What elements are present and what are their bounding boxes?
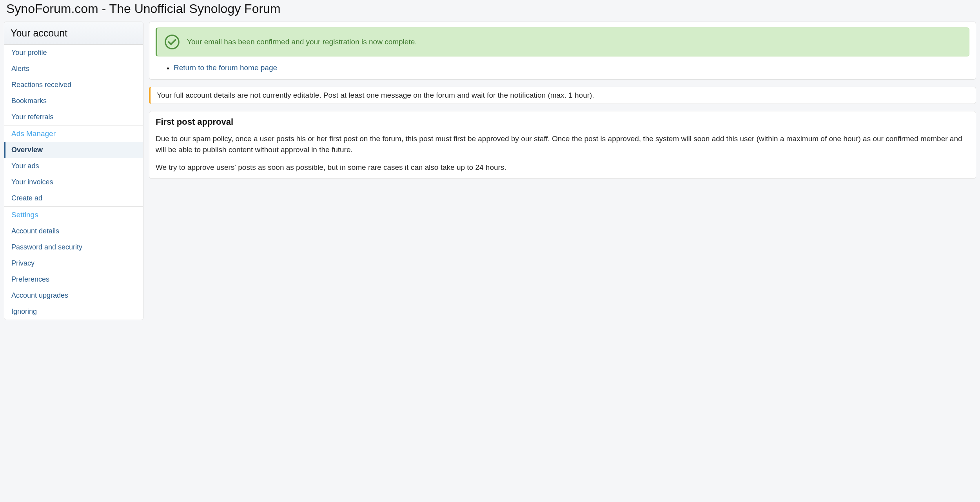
sidebar-item-your-ads[interactable]: Your ads: [4, 158, 143, 174]
sidebar-item-password-and-security[interactable]: Password and security: [4, 239, 143, 255]
sidebar-item-reactions-received[interactable]: Reactions received: [4, 77, 143, 93]
svg-point-0: [165, 35, 179, 49]
sidebar-item-alerts[interactable]: Alerts: [4, 61, 143, 77]
success-alert: Your email has been confirmed and your r…: [156, 27, 969, 56]
sidebar-item-your-referrals[interactable]: Your referrals: [4, 109, 143, 126]
sidebar-group-settings: Account detailsPassword and securityPriv…: [4, 223, 143, 320]
approval-paragraph-1: Due to our spam policy, once a user post…: [156, 133, 969, 155]
sidebar-item-preferences[interactable]: Preferences: [4, 271, 143, 287]
page-title: SynoForum.com - The Unofficial Synology …: [0, 0, 980, 22]
sidebar-group-ads: OverviewYour adsYour invoicesCreate ad: [4, 142, 143, 207]
sidebar-item-your-invoices[interactable]: Your invoices: [4, 174, 143, 190]
sidebar-group-account: Your profileAlertsReactions receivedBook…: [4, 45, 143, 126]
sidebar-section-settings[interactable]: Settings: [4, 207, 143, 223]
sidebar-item-privacy[interactable]: Privacy: [4, 255, 143, 271]
sidebar: Your account Your profileAlertsReactions…: [4, 22, 143, 320]
sidebar-section-ads-manager[interactable]: Ads Manager: [4, 126, 143, 142]
success-message-text: Your email has been confirmed and your r…: [187, 38, 417, 46]
layout-container: Your account Your profileAlertsReactions…: [0, 22, 980, 320]
sidebar-item-your-profile[interactable]: Your profile: [4, 45, 143, 61]
first-post-approval-panel: First post approval Due to our spam poli…: [149, 111, 976, 179]
approval-paragraph-2: We try to approve users' posts as soon a…: [156, 162, 969, 173]
check-circle-icon: [164, 34, 180, 50]
account-notice-panel: Your full account details are not curren…: [149, 87, 976, 104]
sidebar-item-bookmarks[interactable]: Bookmarks: [4, 93, 143, 109]
sidebar-item-overview[interactable]: Overview: [4, 142, 143, 158]
sidebar-item-create-ad[interactable]: Create ad: [4, 190, 143, 207]
confirmation-panel: Your email has been confirmed and your r…: [149, 22, 976, 80]
sidebar-item-account-upgrades[interactable]: Account upgrades: [4, 287, 143, 304]
approval-heading: First post approval: [156, 117, 969, 127]
sidebar-item-ignoring[interactable]: Ignoring: [4, 304, 143, 320]
sidebar-item-account-details[interactable]: Account details: [4, 223, 143, 239]
main-content: Your email has been confirmed and your r…: [149, 22, 976, 179]
list-item: Return to the forum home page: [174, 64, 969, 72]
return-home-link[interactable]: Return to the forum home page: [174, 64, 277, 72]
return-link-list: Return to the forum home page: [156, 64, 969, 72]
account-notice-text: Your full account details are not curren…: [157, 91, 594, 99]
sidebar-title: Your account: [4, 22, 143, 45]
